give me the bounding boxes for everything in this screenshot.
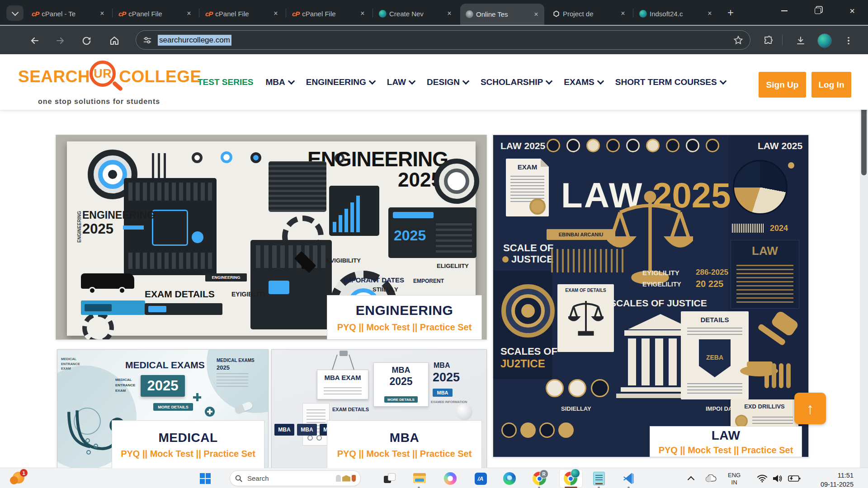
address-bar[interactable]: searchurcollege.com: [136, 30, 750, 50]
window-minimize-button[interactable]: [774, 3, 795, 19]
med-year-box: 2025: [141, 375, 185, 397]
law-card-label[interactable]: LAW PYQ || Mock Test || Practice Set: [650, 426, 802, 457]
tab-close-icon[interactable]: ×: [618, 9, 627, 18]
tray-expand-button[interactable]: [685, 471, 696, 486]
notepad-button[interactable]: [592, 471, 606, 486]
nav-mba[interactable]: MBA: [266, 77, 294, 87]
card-subtitle[interactable]: PYQ || Mock Test || Practice Set: [337, 449, 472, 459]
card-subtitle[interactable]: PYQ || Mock Test || Practice Set: [659, 445, 793, 455]
chrome-profile-r-button[interactable]: R: [532, 471, 547, 486]
vscode-button[interactable]: [622, 471, 636, 486]
eng-stilluly: STIILULY: [373, 286, 398, 293]
tab-close-icon[interactable]: ×: [358, 9, 367, 18]
medical-card[interactable]: MEDICAL ENTRANCE EXAM MEDICAL EXAMS MEDI…: [57, 349, 269, 469]
vscode-icon: [623, 472, 635, 485]
new-tab-button[interactable]: +: [723, 6, 738, 20]
tab-indsoft[interactable]: Indsoft24.c ×: [634, 5, 718, 23]
nav-engineering[interactable]: ENGINEERING: [306, 77, 375, 87]
battery-button[interactable]: [787, 471, 801, 486]
site-logo[interactable]: SEARCH UR COLLEGE: [18, 61, 202, 93]
taskbar-search[interactable]: Search: [230, 470, 361, 486]
tab-close-icon[interactable]: ×: [532, 10, 541, 19]
window-close-button[interactable]: ×: [842, 3, 863, 19]
browser-menu-button[interactable]: [842, 34, 855, 47]
back-button[interactable]: [28, 34, 42, 47]
law-range2: 20 225: [696, 279, 723, 289]
downloads-button[interactable]: [794, 34, 807, 47]
nav-test-series[interactable]: TEST SERIES: [198, 77, 254, 87]
tab-close-icon[interactable]: ×: [98, 9, 107, 18]
tab-cpanel-3[interactable]: cP cPanel File ×: [200, 5, 284, 23]
tab-create-new[interactable]: Create Nev ×: [373, 5, 458, 23]
scroll-to-top-button[interactable]: ↑: [794, 393, 826, 424]
law-card[interactable]: LAW 2025 LAW 2025 EXAM LAW 2025: [493, 135, 809, 457]
home-button[interactable]: [108, 34, 121, 47]
medical-card-label[interactable]: MEDICAL PYQ || Mock Test || Practice Set: [112, 420, 264, 469]
copilot-button[interactable]: [443, 471, 458, 486]
blue-accent: [123, 225, 144, 230]
engineering-card[interactable]: ENGINEERING 2025 2025: [56, 135, 487, 340]
engineering-card-label[interactable]: ENGINEERING PYQ || Mock Test || Practice…: [327, 295, 482, 340]
file-explorer-button[interactable]: [412, 471, 427, 486]
coin-icon: [666, 139, 679, 152]
url-text[interactable]: searchurcollege.com: [158, 35, 231, 46]
taskbar-clock[interactable]: 11:51 09-11-2025: [806, 471, 854, 488]
med-stack1: MEDICAL: [115, 378, 132, 382]
bookmark-star-icon[interactable]: [733, 35, 744, 46]
mba-exam-details: EXAM DETAILS: [332, 407, 369, 412]
date-text: 09-11-2025: [821, 481, 854, 488]
eng-chip: ENGINEERING: [205, 273, 247, 282]
cpanel-icon: cP: [205, 10, 212, 18]
log-in-button[interactable]: Log In: [811, 72, 851, 98]
edge-icon: [503, 472, 516, 485]
nav-law[interactable]: LAW: [387, 77, 415, 87]
tab-close-icon[interactable]: ×: [445, 9, 454, 18]
tab-close-icon[interactable]: ×: [271, 9, 280, 18]
tab-search-button[interactable]: [6, 5, 24, 21]
museum-art-icon: [342, 475, 350, 482]
wifi-button[interactable]: [756, 471, 769, 486]
dot-icon: [250, 152, 261, 163]
tab-cpanel-2[interactable]: cP cPanel File ×: [113, 5, 197, 23]
law-strip: EBINBAI ARCANIU: [547, 229, 615, 240]
nav-design[interactable]: DESIGN: [427, 77, 468, 87]
notepad-icon: [593, 472, 605, 485]
ia-app-button[interactable]: /A: [473, 471, 488, 486]
reload-button[interactable]: [80, 34, 93, 47]
start-button[interactable]: [198, 471, 212, 486]
windows-taskbar: 1 Search: [0, 468, 868, 488]
forward-button[interactable]: [53, 34, 67, 47]
card-subtitle[interactable]: PYQ || Mock Test || Practice Set: [121, 449, 255, 459]
card-subtitle[interactable]: PYQ || Mock Test || Practice Set: [337, 322, 472, 333]
mba-card-label[interactable]: MBA PYQ || Mock Test || Practice Set: [327, 420, 482, 469]
extensions-button[interactable]: [761, 34, 775, 47]
nav-scholarship[interactable]: SCHOLARSHIP: [481, 77, 552, 87]
profile-avatar[interactable]: [817, 33, 832, 48]
nav-short-term-courses[interactable]: SHORT TERM COURSES: [615, 77, 726, 87]
gear-icon: [82, 312, 114, 340]
reload-icon: [81, 36, 92, 46]
med-right-year: 2025: [217, 364, 230, 371]
chrome-active-button[interactable]: [563, 471, 578, 486]
mba-card[interactable]: MBA EXAM MBA 2025 MORE DETAILS MBA 2025 …: [271, 349, 487, 469]
med-left-tiny: MEDICAL ENTRANCE EXAM: [61, 357, 90, 371]
onedrive-button[interactable]: [703, 471, 718, 486]
tab-close-icon[interactable]: ×: [184, 9, 193, 18]
tab-separator: [112, 9, 113, 18]
eng-side-year: 2025: [82, 221, 113, 237]
edge-button[interactable]: [502, 471, 517, 486]
tab-cpanel-4[interactable]: cP cPanel File ×: [287, 5, 371, 23]
nav-exams[interactable]: EXAMS: [564, 77, 603, 87]
volume-button[interactable]: [771, 471, 784, 486]
tab-close-icon[interactable]: ×: [705, 9, 714, 18]
law-corner-left: LAW 2025: [500, 141, 545, 151]
tab-online-test-active[interactable]: Online Tes ×: [460, 4, 544, 25]
tab-project[interactable]: Project de ×: [547, 5, 631, 23]
notification-badge: 1: [20, 469, 28, 477]
cpanel-icon: cP: [118, 10, 126, 18]
window-restore-button[interactable]: [807, 3, 828, 19]
task-view-button[interactable]: [382, 471, 396, 486]
language-indicator[interactable]: ENGIN: [728, 472, 741, 487]
sign-up-button[interactable]: Sign Up: [759, 72, 806, 98]
tab-cpanel-1[interactable]: cP cPanel - Te ×: [26, 5, 110, 23]
